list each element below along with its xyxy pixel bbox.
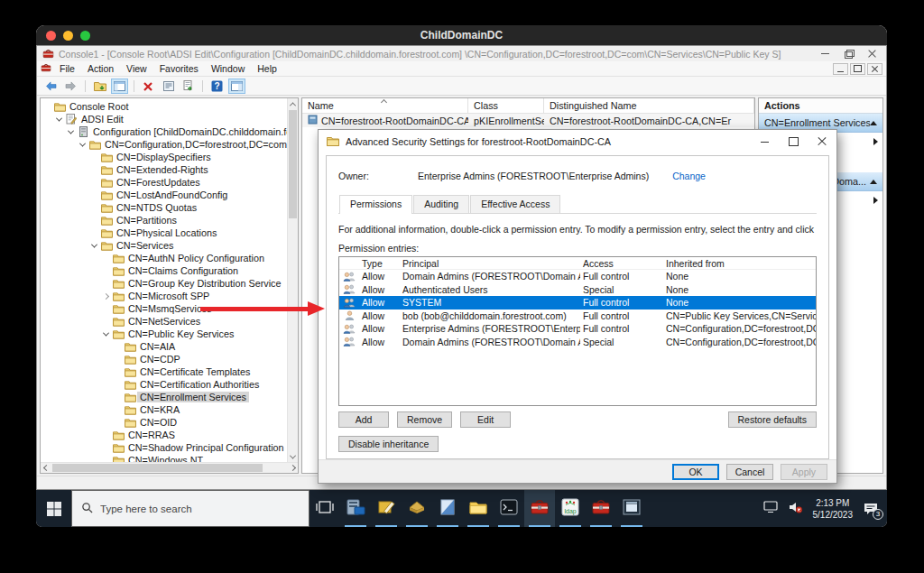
menu-favorites[interactable]: Favorites [153,63,205,74]
chevron-expanded-icon[interactable] [54,117,64,122]
tree-item-cn-configuration-dc-forestroot-dc-com[interactable]: CN=Configuration,DC=forestroot,DC=com [41,138,287,151]
tree-item-configuration-childdomaindc-childdomain-forestroot-com[interactable]: Configuration [ChildDomainDC.childdomain… [41,125,287,138]
mmc-restore-icon[interactable] [845,50,854,58]
taskbar-admin-tool-pencil-button[interactable] [371,490,402,527]
export-list-icon[interactable] [180,79,197,94]
tree-item-cn-ntds-quotas[interactable]: CN=NTDS Quotas [41,201,287,214]
tree-item-cn-certification-authorities[interactable]: CN=Certification Authorities [41,378,287,391]
taskbar-server-manager-button[interactable] [340,490,371,527]
collapse-icon[interactable] [870,180,877,184]
tree-item-cn-partitions[interactable]: CN=Partitions [41,214,287,226]
tree-item-cn-physical-locations[interactable]: CN=Physical Locations [41,226,287,239]
start-button[interactable] [36,490,71,527]
scrollbar-thumb[interactable] [52,464,263,472]
tab-auditing[interactable]: Auditing [413,195,469,213]
expand-icon[interactable] [873,138,878,145]
dialog-close-icon[interactable] [808,132,836,152]
action-center-button[interactable]: 3 [863,502,879,516]
tree-item-cn-netservices[interactable]: CN=NetServices [41,315,287,328]
menu-window[interactable]: Window [205,63,251,74]
tree-item-cn-claims-configuration[interactable]: CN=Claims Configuration [41,264,287,277]
delete-icon[interactable] [140,79,157,94]
tree-item-cn-certificate-templates[interactable]: CN=Certificate Templates [41,365,287,378]
taskbar-admin-tool-gold-button[interactable] [402,490,432,527]
dialog-minimize-icon[interactable] [750,132,779,152]
taskbar-notepad-button[interactable] [432,490,463,527]
chevron-collapsed-icon[interactable] [101,294,111,299]
taskbar-mmc-console-2-button[interactable] [586,490,616,527]
child-restore-icon[interactable] [850,63,865,75]
perm-row-domain-admins[interactable]: AllowDomain Admins (FORESTROOT\Domain Ad… [339,336,816,349]
mmc-close-icon[interactable] [868,50,877,58]
scroll-left-icon[interactable] [41,463,51,473]
tab-effective-access[interactable]: Effective Access [470,195,560,213]
tree-item-cn-cdp[interactable]: CN=CDP [41,353,287,365]
help-icon[interactable]: ? [208,79,226,94]
show-actions-pane-icon[interactable] [228,79,245,94]
chevron-expanded-icon[interactable] [78,143,88,147]
child-close-icon[interactable] [867,63,882,75]
expand-icon[interactable] [873,197,878,204]
dialog-maximize-icon[interactable] [779,132,808,152]
remove-button[interactable]: Remove [397,411,452,428]
column-header-distinguished-name[interactable]: Distinguished Name [544,98,754,113]
perm-row-system[interactable]: AllowSYSTEMFull controlNone [339,296,816,310]
taskbar-clock[interactable]: 2:13 PM 5/12/2023 [813,497,854,521]
tab-permissions[interactable]: Permissions [339,195,412,214]
tree-item-cn-enrollment-services[interactable]: CN=Enrollment Services [41,391,287,403]
menu-action[interactable]: Action [81,63,120,74]
tree-item-cn-rras[interactable]: CN=RRAS [41,429,287,441]
taskbar-command-prompt-button[interactable] [494,490,524,527]
tree-item-cn-microsoft-spp[interactable]: CN=Microsoft SPP [41,290,287,302]
perm-row-domain-admins[interactable]: AllowDomain Admins (FORESTROOT\Domain Ad… [339,270,816,283]
menu-file[interactable]: File [53,63,81,74]
tree-item-cn-public-key-services[interactable]: CN=Public Key Services [41,328,287,340]
perm-row-enterprise-admins[interactable]: AllowEnterprise Admins (FORESTROOT\Enter… [339,322,816,336]
search-input[interactable] [100,504,300,514]
menu-help[interactable]: Help [251,63,283,74]
show-console-tree-icon[interactable] [111,79,128,94]
up-one-level-icon[interactable] [91,79,108,94]
tree-item-cn-forestupdates[interactable]: CN=ForestUpdates [41,176,287,189]
dialog-titlebar[interactable]: Advanced Security Settings for forestroo… [319,130,836,153]
column-header-access[interactable]: Access [580,258,663,269]
chevron-expanded-icon[interactable] [66,130,76,134]
tree-item-cn-services[interactable]: CN=Services [41,239,287,252]
column-header-inherited-from[interactable]: Inherited from [663,258,816,269]
menu-view[interactable]: View [120,63,153,74]
tree-item-cn-kra[interactable]: CN=KRA [41,403,287,416]
column-header-principal[interactable]: Principal [400,258,580,269]
scroll-up-icon[interactable] [288,98,298,109]
tree-item-cn-oid[interactable]: CN=OID [41,416,287,429]
chevron-expanded-icon[interactable] [89,244,99,248]
chevron-expanded-icon[interactable] [101,332,111,337]
tree-item-cn-shadow-principal-configuration[interactable]: CN=Shadow Principal Configuration [41,441,287,454]
column-header-class[interactable]: Class [468,98,544,113]
back-icon[interactable] [42,79,60,94]
tree-item-adsi-edit[interactable]: ADSI Edit [41,113,287,125]
restore-defaults-button[interactable]: Restore defaults [728,411,817,428]
perm-row-bob[interactable]: Allowbob (bob@childdomain.forestroot.com… [339,310,816,323]
collapse-icon[interactable] [870,121,877,125]
taskbar-search[interactable] [71,490,310,527]
tree-item-cn-extended-rights[interactable]: CN=Extended-Rights [41,163,287,176]
perm-row-authenticated-users[interactable]: AllowAuthenticated UsersSpecialNone [339,283,816,297]
properties-icon[interactable] [160,79,177,94]
mac-minimize-button[interactable] [63,31,73,41]
ok-button[interactable]: OK [672,464,719,480]
tree-horizontal-scrollbar[interactable] [41,462,298,473]
child-minimize-icon[interactable] [833,63,848,75]
mac-close-button[interactable] [46,31,56,41]
mac-zoom-button[interactable] [80,31,90,41]
scrollbar-thumb[interactable] [289,110,297,218]
disable-inheritance-button[interactable]: Disable inheritance [338,436,439,452]
tree-item-cn-lostandfoundconfig[interactable]: CN=LostAndFoundConfig [41,189,287,201]
scroll-down-icon[interactable] [288,451,298,462]
column-header-type[interactable]: Type [359,258,400,269]
edit-button[interactable]: Edit [460,411,511,428]
cancel-button[interactable]: Cancel [726,464,773,480]
tree-item-cn-authn-policy-configuration[interactable]: CN=AuthN Policy Configuration [41,252,287,264]
add-button[interactable]: Add [338,411,389,428]
taskbar-mmc-console-button[interactable] [524,490,555,527]
forward-icon[interactable] [62,79,79,94]
